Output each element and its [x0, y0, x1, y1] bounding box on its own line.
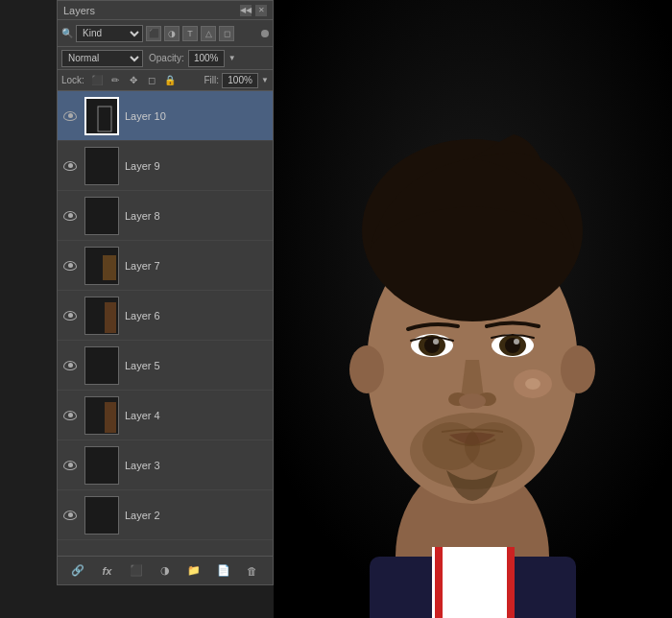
layer-visibility-toggle[interactable] [61, 207, 79, 225]
layer-row[interactable]: Layer 3 [58, 440, 273, 490]
filter-pixel-button[interactable]: ⬛ [146, 26, 161, 41]
layer-row[interactable]: Layer 6 [58, 291, 273, 341]
layer-name: Layer 4 [125, 410, 269, 421]
eye-icon [63, 111, 77, 121]
delete-layer-button[interactable]: 🗑 [243, 561, 262, 581]
layer-thumbnail [84, 247, 119, 285]
layer-row[interactable]: Layer 8 [58, 191, 273, 241]
panel-title-bar: Layers ◀◀ ✕ [58, 1, 273, 20]
new-layer-button[interactable]: 📄 [214, 561, 233, 581]
layer-name: Layer 3 [125, 460, 269, 471]
panel-collapse-button[interactable]: ◀◀ [240, 5, 252, 16]
panel-close-button[interactable]: ✕ [255, 5, 267, 16]
new-group-button[interactable]: 📁 [184, 561, 204, 581]
lock-image-button[interactable]: ✏ [108, 73, 123, 88]
layer-name: Layer 8 [125, 210, 269, 222]
blend-mode-row: Normal Dissolve Multiply Screen Overlay … [58, 47, 273, 70]
lock-label: Lock: [61, 75, 84, 85]
layer-row[interactable]: Layer 2 [58, 490, 273, 540]
lock-artboard-button[interactable]: ◻ [144, 73, 159, 88]
opacity-input[interactable] [188, 50, 225, 67]
lock-pixels-button[interactable]: ⬛ [89, 73, 105, 88]
bottom-toolbar: 🔗 fx ⬛ ◑ 📁 📄 🗑 [58, 556, 273, 584]
filter-row: 🔍 Kind Name Effect Mode Attribute Color … [58, 20, 273, 47]
filter-kind-select[interactable]: Kind Name Effect Mode Attribute Color [76, 25, 143, 42]
filter-type-button[interactable]: T [182, 26, 198, 41]
lock-position-button[interactable]: ✥ [126, 73, 141, 88]
lock-all-button[interactable]: 🔒 [162, 73, 178, 88]
filter-smart-button[interactable]: ◻ [219, 26, 234, 41]
lock-row: Lock: ⬛ ✏ ✥ ◻ 🔒 Fill: ▼ [58, 70, 273, 91]
layer-name: Layer 7 [125, 260, 269, 272]
layer-row[interactable]: Layer 9 [58, 141, 273, 191]
layer-thumbnail [84, 97, 119, 135]
opacity-label: Opacity: [149, 53, 184, 63]
layer-name: Layer 9 [125, 160, 269, 172]
filter-icons-group: ⬛ ◑ T △ ◻ [146, 26, 234, 41]
svg-rect-36 [85, 347, 119, 385]
title-controls: ◀◀ ✕ [240, 5, 267, 16]
eye-icon [63, 311, 77, 321]
canvas-image [274, 0, 672, 618]
add-adjustment-button[interactable]: ◑ [156, 561, 175, 581]
fill-input[interactable] [222, 73, 258, 88]
svg-rect-6 [507, 547, 515, 618]
fill-chevron-icon: ▼ [261, 76, 269, 84]
layer-visibility-toggle[interactable] [61, 357, 79, 374]
layer-row[interactable]: Layer 7 [58, 241, 273, 291]
svg-rect-31 [85, 198, 119, 235]
layer-visibility-toggle[interactable] [61, 157, 79, 175]
svg-rect-40 [85, 497, 119, 535]
layer-row[interactable]: Layer 5 [58, 341, 273, 391]
eye-pupil [68, 512, 73, 517]
svg-point-25 [465, 422, 522, 470]
eye-pupil [68, 163, 73, 168]
svg-rect-29 [98, 107, 111, 131]
eye-pupil [68, 113, 73, 118]
layer-visibility-toggle[interactable] [61, 457, 79, 474]
layer-visibility-toggle[interactable] [61, 107, 79, 125]
filter-shape-button[interactable]: △ [201, 26, 216, 41]
svg-point-15 [433, 339, 439, 345]
filter-toggle-dot[interactable] [261, 30, 269, 37]
eye-pupil [68, 413, 73, 417]
layer-effects-button[interactable]: fx [97, 561, 116, 581]
eye-icon [63, 461, 77, 470]
layer-row[interactable]: Layer 4 [58, 391, 273, 440]
search-icon: 🔍 [61, 28, 73, 38]
layer-name: Layer 10 [125, 110, 269, 122]
eye-icon [63, 161, 77, 171]
filter-adjustment-button[interactable]: ◑ [164, 26, 180, 41]
layer-visibility-toggle[interactable] [61, 257, 79, 274]
layer-thumbnail [84, 346, 119, 385]
add-mask-button[interactable]: ⬛ [127, 561, 146, 581]
layer-row[interactable]: Layer 10 [58, 91, 273, 141]
eye-icon [63, 361, 77, 370]
fill-label: Fill: [204, 75, 220, 85]
opacity-chevron-icon: ▼ [228, 54, 236, 62]
svg-point-22 [459, 393, 486, 409]
layer-name: Layer 6 [125, 310, 269, 321]
svg-rect-30 [85, 148, 119, 185]
link-layers-button[interactable]: 🔗 [68, 561, 87, 581]
blend-mode-select[interactable]: Normal Dissolve Multiply Screen Overlay [61, 50, 143, 67]
layer-visibility-toggle[interactable] [61, 407, 79, 424]
svg-point-27 [525, 378, 540, 390]
layers-list[interactable]: Layer 10Layer 9Layer 8Layer 7Layer 6Laye… [58, 91, 273, 556]
eye-pupil [68, 463, 73, 467]
svg-point-11 [561, 345, 595, 393]
svg-point-10 [349, 345, 384, 393]
svg-rect-35 [105, 302, 116, 333]
eye-pupil [68, 313, 73, 318]
eye-pupil [68, 263, 73, 268]
layer-thumbnail [84, 147, 119, 185]
layer-thumbnail [84, 197, 119, 235]
layer-thumbnail [84, 396, 119, 435]
eye-icon [63, 511, 77, 520]
layer-visibility-toggle[interactable] [61, 507, 79, 524]
eye-pupil [68, 363, 73, 368]
svg-rect-33 [103, 255, 116, 280]
layer-visibility-toggle[interactable] [61, 307, 79, 324]
eye-icon [63, 261, 77, 271]
eye-icon [63, 411, 77, 420]
